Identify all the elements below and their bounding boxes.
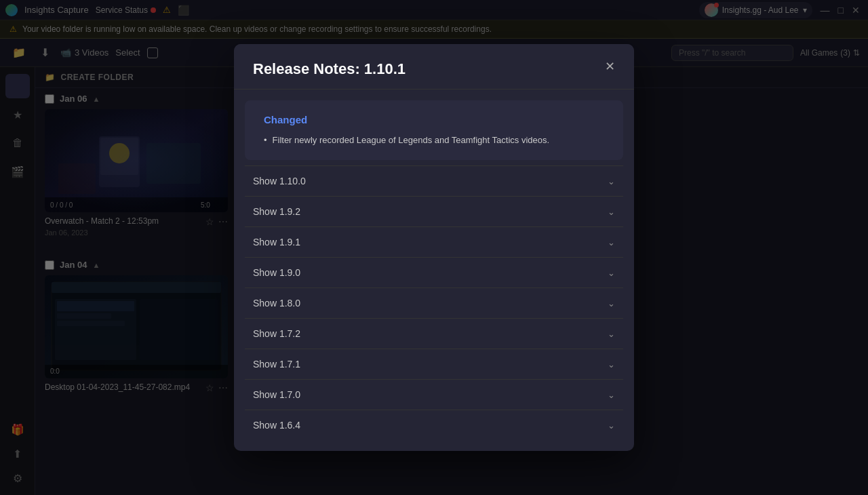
accordion-label-164: Show 1.6.4 xyxy=(253,420,300,431)
modal-close-button[interactable]: ✕ xyxy=(605,60,615,73)
accordion-label-170: Show 1.7.0 xyxy=(253,389,300,400)
accordion-item-164[interactable]: Show 1.6.4 ⌄ xyxy=(245,410,623,440)
accordion-label-172: Show 1.7.2 xyxy=(253,328,300,339)
accordion-label-180: Show 1.8.0 xyxy=(253,298,300,309)
release-current-section: Changed • Filter newly recorded League o… xyxy=(245,100,623,161)
main-layout: ★ 🗑 🎬 🎁 ⬆ ⚙ 📁 CREATE FOLDER xyxy=(0,67,868,495)
accordion-item-170[interactable]: Show 1.7.0 ⌄ xyxy=(245,379,623,410)
release-notes-modal: Release Notes: 1.10.1 ✕ Changed • Filter… xyxy=(234,44,634,452)
accordion-label-192: Show 1.9.2 xyxy=(253,206,300,217)
accordion-chevron-170: ⌄ xyxy=(608,390,615,400)
accordion-label-191: Show 1.9.1 xyxy=(253,237,300,248)
accordion-chevron-192: ⌄ xyxy=(608,207,615,217)
accordion-item-171[interactable]: Show 1.7.1 ⌄ xyxy=(245,349,623,379)
accordion-chevron-172: ⌄ xyxy=(608,329,615,339)
accordion-label-190: Show 1.9.0 xyxy=(253,267,300,278)
accordion-list: Show 1.10.0 ⌄ Show 1.9.2 ⌄ Show 1.9.1 ⌄ … xyxy=(234,160,634,451)
accordion-item-191[interactable]: Show 1.9.1 ⌄ xyxy=(245,226,623,257)
accordion-item-180[interactable]: Show 1.8.0 ⌄ xyxy=(245,288,623,318)
accordion-chevron-1100: ⌄ xyxy=(608,176,615,186)
modal-body: Changed • Filter newly recorded League o… xyxy=(234,100,634,452)
accordion-item-190[interactable]: Show 1.9.0 ⌄ xyxy=(245,257,623,288)
release-item-text-0: Filter newly recorded League of Legends … xyxy=(273,134,550,147)
modal-header: Release Notes: 1.10.1 ✕ xyxy=(234,44,634,90)
modal-overlay[interactable]: Release Notes: 1.10.1 ✕ Changed • Filter… xyxy=(0,0,868,495)
accordion-chevron-164: ⌄ xyxy=(608,420,615,431)
modal-title: Release Notes: 1.10.1 xyxy=(253,60,406,78)
accordion-item-172[interactable]: Show 1.7.2 ⌄ xyxy=(245,318,623,349)
accordion-chevron-190: ⌄ xyxy=(608,268,615,278)
accordion-label-1100: Show 1.10.0 xyxy=(253,176,306,186)
release-item-0: • Filter newly recorded League of Legend… xyxy=(264,134,604,147)
accordion-item-1100[interactable]: Show 1.10.0 ⌄ xyxy=(245,165,623,196)
accordion-label-171: Show 1.7.1 xyxy=(253,359,300,370)
accordion-chevron-191: ⌄ xyxy=(608,237,615,248)
accordion-item-192[interactable]: Show 1.9.2 ⌄ xyxy=(245,196,623,226)
release-section-title: Changed xyxy=(264,114,604,125)
accordion-chevron-171: ⌄ xyxy=(608,359,615,370)
accordion-chevron-180: ⌄ xyxy=(608,298,615,309)
release-bullet: • xyxy=(264,134,267,147)
